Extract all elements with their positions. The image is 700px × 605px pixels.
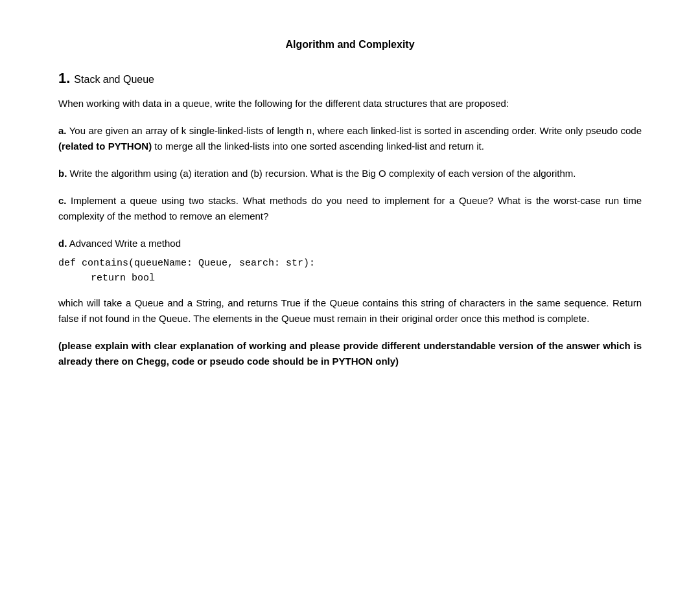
part-d-label: d. [58,238,67,249]
part-a-bold: (related to PYTHON) [58,141,152,152]
part-d: d. Advanced Write a method [58,236,642,251]
section-label: Stack and Queue [74,74,154,86]
part-b-label: b. [58,168,67,179]
after-code-paragraph: which will take a Queue and a String, an… [58,295,642,326]
code-line1: def contains(queueName: Queue, search: s… [58,258,642,269]
part-c-label: c. [58,195,67,206]
page-container: Algorithm and Complexity 1. Stack and Qu… [0,0,700,605]
part-c-text: Implement a queue using two stacks. What… [58,195,642,222]
page-title: Algorithm and Complexity [58,39,642,51]
part-a-text: You are given an array of k single-linke… [67,125,642,136]
final-note: (please explain with clear explanation o… [58,338,642,369]
intro-paragraph: When working with data in a queue, write… [58,96,642,111]
part-b: b. Write the algorithm using (a) iterati… [58,166,642,181]
part-a-label: a. [58,125,67,136]
part-a: a. You are given an array of k single-li… [58,123,642,154]
section-number: 1. [58,70,70,87]
part-d-text: Advanced Write a method [67,238,181,249]
section-header: 1. Stack and Queue [58,70,642,87]
part-a-text2: to merge all the linked-lists into one s… [152,141,484,152]
part-b-text: Write the algorithm using (a) iteration … [67,168,576,179]
code-line2: return bool [91,273,642,284]
part-c: c. Implement a queue using two stacks. W… [58,193,642,224]
